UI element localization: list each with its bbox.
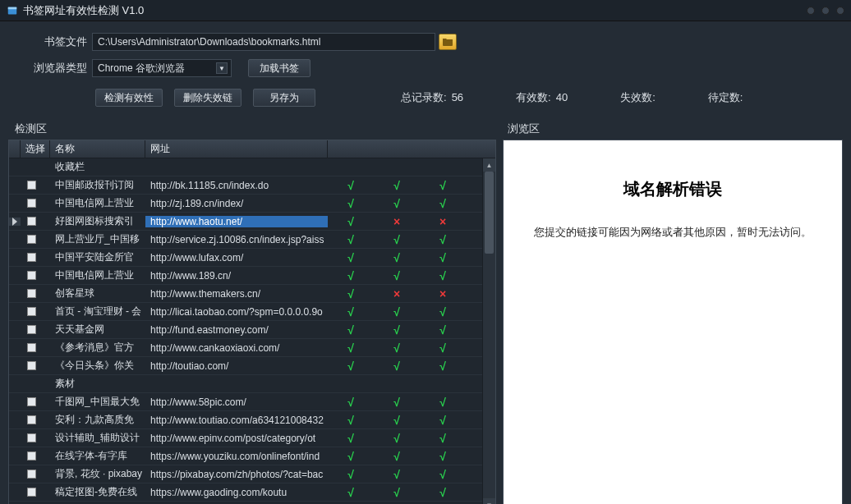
table-row[interactable]: 素材 bbox=[9, 375, 495, 393]
row-url: http://www.189.cn/ bbox=[145, 270, 328, 282]
scroll-thumb[interactable] bbox=[485, 172, 494, 254]
row-checkbox-cell bbox=[21, 415, 50, 424]
row-checkbox[interactable] bbox=[27, 325, 36, 334]
col-select[interactable]: 选择 bbox=[21, 140, 50, 158]
row-checkbox[interactable] bbox=[27, 181, 36, 190]
preview-panel: 域名解析错误 您提交的链接可能因为网络或者其他原因，暂时无法访问。 bbox=[503, 140, 843, 504]
row-checkbox[interactable] bbox=[27, 235, 36, 244]
row-checkbox[interactable] bbox=[27, 361, 36, 370]
close-button[interactable] bbox=[836, 7, 844, 15]
row-url: http://bk.11185.cn/index.do bbox=[145, 180, 328, 191]
row-checkbox[interactable] bbox=[27, 433, 36, 442]
table-row[interactable]: 背景, 花纹 · pixabayhttps://pixabay.com/zh/p… bbox=[9, 465, 495, 483]
table-row[interactable]: 中国电信网上营业http://zj.189.cn/index/√√√ bbox=[9, 195, 495, 213]
row-name: 创客星球 bbox=[50, 286, 145, 300]
table-row[interactable]: 《参考消息》官方http://www.cankaoxiaoxi.com/√√√ bbox=[9, 339, 495, 357]
minimize-button[interactable] bbox=[807, 7, 815, 15]
scroll-up-button[interactable]: ▲ bbox=[483, 158, 495, 172]
table-row[interactable]: 首页 - 淘宝理财 - 会http://licai.taobao.com/?sp… bbox=[9, 303, 495, 321]
row-checkbox[interactable] bbox=[27, 415, 36, 424]
row-checkbox[interactable] bbox=[27, 343, 36, 352]
table-row[interactable]: 《今日头条》你关http://toutiao.com/√√√ bbox=[9, 357, 495, 375]
row-check: √ bbox=[328, 360, 374, 373]
row-checkbox-cell bbox=[21, 451, 50, 460]
table-row[interactable]: 中国平安陆金所官http://www.lufax.com/√√√ bbox=[9, 249, 495, 267]
table-row[interactable]: 天天基金网http://fund.eastmoney.com/√√√ bbox=[9, 321, 495, 339]
maximize-button[interactable] bbox=[821, 7, 830, 15]
row-name: 《今日头条》你关 bbox=[50, 359, 145, 373]
row-name: 安利：九款高质免 bbox=[50, 413, 145, 427]
row-check: √ bbox=[328, 251, 374, 264]
row-checkbox[interactable] bbox=[27, 451, 36, 460]
scroll-track[interactable] bbox=[483, 172, 495, 498]
invalid-label: 失效数: bbox=[620, 91, 656, 103]
row-checkbox[interactable] bbox=[27, 488, 36, 497]
pending-label: 待定数: bbox=[708, 91, 743, 103]
row-check: √ bbox=[374, 251, 420, 264]
table-row[interactable]: 设计辅助_辅助设计http://www.epinv.com/post/categ… bbox=[9, 429, 495, 447]
total-value: 56 bbox=[452, 91, 463, 103]
preview-title: 域名解析错误 bbox=[623, 178, 722, 200]
row-checkbox-cell bbox=[21, 253, 50, 262]
table-row[interactable]: 好图网图标搜索引http://www.haotu.net/√×× bbox=[9, 213, 495, 231]
svg-rect-1 bbox=[8, 7, 17, 9]
row-url: http://www.epinv.com/post/category/ot bbox=[145, 433, 328, 444]
row-checkbox[interactable] bbox=[27, 397, 36, 406]
table-row[interactable]: 在线字体-有字库https://www.youziku.com/onlinefo… bbox=[9, 447, 495, 465]
row-name: 收藏栏 bbox=[50, 160, 145, 174]
row-check: √ bbox=[420, 414, 466, 427]
row-name: 中国电信网上营业 bbox=[50, 268, 145, 282]
valid-value: 40 bbox=[556, 91, 568, 103]
row-check: √ bbox=[420, 396, 466, 409]
row-checkbox[interactable] bbox=[27, 470, 36, 479]
row-check: √ bbox=[420, 341, 466, 355]
row-check: × bbox=[374, 287, 420, 300]
table-row[interactable]: 稿定抠图-免费在线https://www.gaoding.com/koutu√√… bbox=[9, 483, 495, 502]
row-name: 中国平安陆金所官 bbox=[50, 250, 145, 264]
table-row[interactable]: 千图网_中国最大免http://www.58pic.com/√√√ bbox=[9, 393, 495, 411]
row-check: √ bbox=[374, 450, 420, 463]
row-check: × bbox=[420, 287, 466, 300]
row-check: √ bbox=[374, 269, 420, 282]
bookmark-file-input[interactable] bbox=[92, 33, 435, 51]
row-checkbox[interactable] bbox=[27, 271, 36, 280]
save-as-button[interactable]: 另存为 bbox=[253, 89, 315, 107]
row-checkbox-cell bbox=[21, 217, 50, 226]
table-row[interactable]: 创客星球http://www.themakers.cn/√×× bbox=[9, 285, 495, 303]
row-checkbox[interactable] bbox=[27, 199, 36, 208]
col-url[interactable]: 网址 bbox=[145, 140, 328, 158]
row-checkbox[interactable] bbox=[27, 289, 36, 298]
row-name: 设计辅助_辅助设计 bbox=[50, 431, 145, 445]
row-check: √ bbox=[328, 450, 374, 463]
list-panel: 选择 名称 网址 收藏栏中国邮政报刊订阅http://bk.11185.cn/i… bbox=[8, 140, 496, 504]
table-row[interactable]: 安利：九款高质免http://www.toutiao.com/a63412100… bbox=[9, 411, 495, 429]
row-name: 首页 - 淘宝理财 - 会 bbox=[50, 305, 145, 318]
row-name: 素材 bbox=[50, 377, 145, 391]
table-row[interactable]: 网上营业厅_中国移http://service.zj.10086.cn/inde… bbox=[9, 231, 495, 249]
row-checkbox[interactable] bbox=[27, 253, 36, 262]
table-row[interactable]: 中国电信网上营业http://www.189.cn/√√√ bbox=[9, 267, 495, 285]
file-label: 书签文件 bbox=[25, 34, 87, 49]
table-row[interactable]: 中国邮政报刊订阅http://bk.11185.cn/index.do√√√ bbox=[9, 176, 495, 195]
row-url: http://www.haotu.net/ bbox=[145, 216, 328, 227]
row-check: √ bbox=[420, 197, 466, 210]
table-row[interactable]: 收藏栏 bbox=[9, 158, 495, 176]
scroll-down-button[interactable]: ▼ bbox=[483, 498, 495, 504]
delete-invalid-button[interactable]: 删除失效链 bbox=[174, 89, 242, 107]
col-name[interactable]: 名称 bbox=[50, 140, 145, 158]
scrollbar[interactable]: ▲ ▼ bbox=[482, 158, 495, 504]
total-label: 总记录数: bbox=[401, 91, 447, 103]
row-url: http://toutiao.com/ bbox=[145, 360, 328, 372]
row-check: × bbox=[374, 215, 420, 228]
row-name: 好图网图标搜索引 bbox=[50, 214, 145, 228]
row-checkbox[interactable] bbox=[27, 217, 36, 226]
list-header: 选择 名称 网址 bbox=[9, 140, 495, 158]
check-validity-button[interactable]: 检测有效性 bbox=[95, 89, 163, 107]
row-checkbox[interactable] bbox=[27, 307, 36, 316]
browse-button[interactable] bbox=[439, 34, 457, 50]
row-check: √ bbox=[374, 323, 420, 337]
row-check: √ bbox=[328, 341, 374, 355]
load-bookmarks-button[interactable]: 加载书签 bbox=[248, 59, 310, 77]
browser-select[interactable]: Chrome 谷歌浏览器 ▼ bbox=[92, 59, 232, 77]
row-check: √ bbox=[374, 468, 420, 481]
